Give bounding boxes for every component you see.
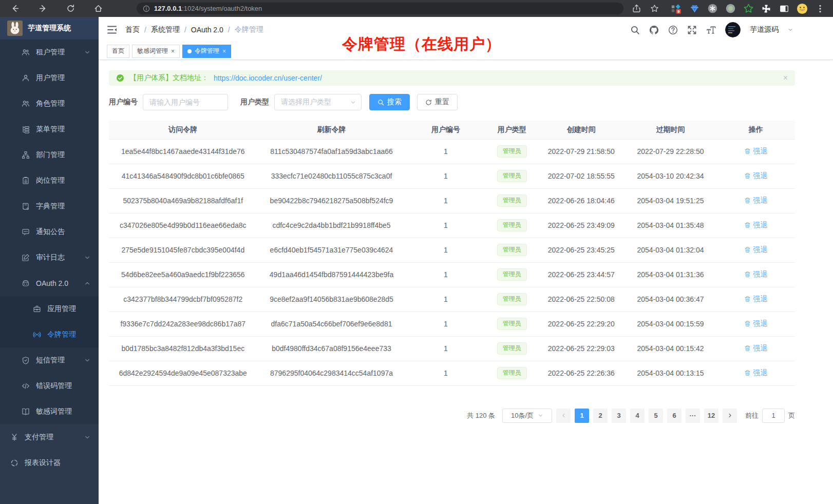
doc-link[interactable]: https://doc.iocoder.cn/user-center/ [214, 74, 322, 82]
sidebar-item-7[interactable]: 通知公告 [0, 219, 99, 245]
pager-page-12[interactable]: 12 [704, 409, 718, 423]
help-icon[interactable] [668, 25, 678, 35]
expire-time-cell: 2054-03-04 01:31:36 [624, 262, 716, 287]
user-type-select[interactable]: 请选择用户类型 [274, 94, 362, 110]
force-logout-button[interactable]: 强退 [744, 369, 767, 378]
search-icon[interactable] [630, 25, 640, 35]
sidebar-item-3[interactable]: 菜单管理 [0, 117, 99, 142]
extension-circle-icon[interactable] [725, 3, 736, 14]
back-icon[interactable] [8, 4, 22, 13]
alert-close-icon[interactable]: × [783, 74, 788, 82]
browser-menu-icon[interactable] [815, 3, 826, 14]
hamburger-icon[interactable] [107, 25, 117, 34]
logo-bar[interactable]: 芋道管理系统 [0, 17, 99, 40]
force-logout-button[interactable]: 强退 [744, 196, 767, 205]
extension-puzzle-icon[interactable] [761, 3, 772, 14]
action-cell: 强退 [717, 361, 795, 385]
fullscreen-icon[interactable] [687, 25, 697, 35]
extension-diamond-icon[interactable]: 9 [671, 3, 682, 14]
table-row: f9336e7c7dd242a283ee98dc86b17a87 dfa6c71… [109, 312, 795, 336]
sidebar-item-13[interactable]: 错误码管理 [0, 373, 99, 399]
created-time-cell: 2022-06-25 23:49:09 [538, 213, 624, 238]
breadcrumb: 首页/系统管理/OAuth 2.0/令牌管理 [125, 25, 263, 34]
force-logout-button[interactable]: 强退 [744, 344, 767, 353]
pager-page-2[interactable]: 2 [593, 409, 608, 423]
breadcrumb-item-0[interactable]: 首页 [125, 25, 140, 34]
share-icon[interactable] [631, 3, 642, 14]
sidebar-item-12[interactable]: 短信管理 [0, 347, 99, 373]
pager-page-6[interactable]: 6 [667, 409, 681, 423]
goto-page-input[interactable] [762, 409, 785, 423]
force-logout-button[interactable]: 强退 [744, 171, 767, 181]
site-info-icon[interactable] [143, 5, 150, 12]
sidebar-item-16[interactable]: 报表设计器 [0, 450, 99, 476]
sidebar-panel-icon[interactable] [779, 3, 790, 14]
profile-emoji-avatar[interactable] [797, 3, 808, 14]
sidebar-filler [0, 476, 99, 504]
tag-2[interactable]: 令牌管理 × [182, 45, 231, 58]
created-time-cell: 2022-06-25 23:44:57 [538, 262, 624, 287]
openbook-icon [22, 408, 30, 416]
force-logout-button[interactable]: 强退 [744, 221, 767, 230]
pager-page-1[interactable]: 1 [575, 409, 589, 423]
bookmark-star-icon[interactable] [649, 3, 660, 14]
force-logout-button[interactable]: 强退 [744, 319, 767, 328]
force-logout-button[interactable]: 强退 [744, 270, 767, 279]
user-avatar[interactable] [725, 22, 741, 37]
github-icon[interactable] [649, 25, 659, 35]
yen-icon [10, 433, 18, 441]
pager-prev-button[interactable] [556, 409, 571, 423]
sidebar-item-11[interactable]: 令牌管理 [0, 322, 99, 347]
alert-text: 【用户体系】文档地址： [129, 73, 209, 83]
column-header-6: 操作 [717, 121, 795, 139]
page-size-chevron-icon [538, 413, 543, 418]
pager-more-button[interactable]: ··· [686, 409, 700, 423]
pager-page-3[interactable]: 3 [612, 409, 626, 423]
user-menu-caret-icon[interactable] [788, 27, 793, 32]
force-logout-button[interactable]: 强退 [744, 295, 767, 304]
tag-close-icon[interactable]: × [222, 48, 226, 54]
force-logout-button[interactable]: 强退 [744, 245, 767, 255]
message-icon [22, 228, 30, 236]
username[interactable]: 芋道源码 [750, 25, 779, 34]
sidebar-item-4[interactable]: 部门管理 [0, 142, 99, 168]
breadcrumb-item-1[interactable]: 系统管理 [151, 25, 180, 34]
page-size-select[interactable]: 10条/页 [502, 409, 552, 423]
user-id-input[interactable] [143, 94, 228, 110]
sidebar-item-1[interactable]: 用户管理 [0, 65, 99, 91]
sidebar-item-9[interactable]: OAuth 2.0 [0, 270, 99, 296]
forward-icon[interactable] [36, 4, 49, 13]
home-icon[interactable] [91, 4, 105, 13]
user-id-cell: 1 [406, 213, 485, 238]
breadcrumb-item-2[interactable]: OAuth 2.0 [191, 26, 223, 34]
trash-icon [744, 197, 751, 204]
extension-gem-icon[interactable] [689, 3, 700, 14]
sidebar-item-6[interactable]: 字典管理 [0, 193, 99, 219]
trash-icon [744, 172, 751, 179]
reset-button[interactable]: 重置 [417, 94, 458, 110]
sidebar-item-8[interactable]: 审计日志 [0, 245, 99, 270]
tag-close-icon[interactable]: × [171, 48, 175, 54]
created-time-cell: 2022-06-26 18:04:46 [538, 188, 624, 213]
sidebar-item-0[interactable]: 租户管理 [0, 40, 99, 65]
pager-page-5[interactable]: 5 [649, 409, 663, 423]
font-size-icon[interactable] [706, 25, 716, 35]
access-token-cell: 41c41346a548490f9dc8b01c6bfe0865 [109, 164, 257, 188]
pager-next-button[interactable] [723, 409, 737, 423]
address-bar[interactable]: 127.0.0.1:1024/system/oauth2/token [137, 3, 623, 14]
sidebar-item-10[interactable]: 应用管理 [0, 296, 99, 322]
sidebar-item-2[interactable]: 角色管理 [0, 91, 99, 117]
extension-command-icon[interactable] [707, 3, 718, 14]
tag-0[interactable]: 首页 [107, 45, 129, 58]
sidebar-item-5[interactable]: 岗位管理 [0, 168, 99, 193]
pager-page-4[interactable]: 4 [630, 409, 645, 423]
force-logout-button[interactable]: 强退 [744, 147, 767, 156]
code-icon [22, 382, 30, 390]
tag-1[interactable]: 敏感词管理 × [132, 45, 180, 58]
reload-icon[interactable] [64, 4, 77, 13]
sidebar-item-14[interactable]: 敏感词管理 [0, 399, 99, 424]
extension-green-star-icon[interactable] [743, 3, 754, 14]
force-logout-label: 强退 [753, 196, 767, 205]
search-button[interactable]: 搜索 [369, 94, 410, 110]
sidebar-item-15[interactable]: 支付管理 [0, 424, 99, 450]
